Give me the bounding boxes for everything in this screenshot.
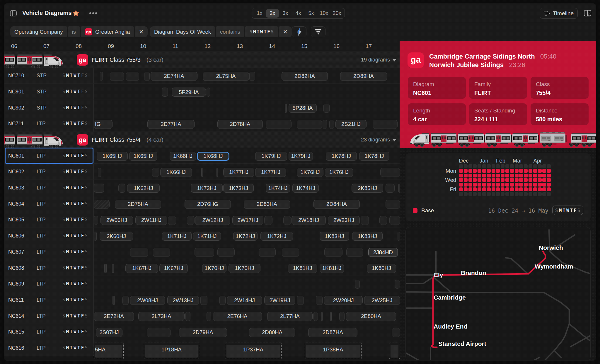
timeline-bar-empty[interactable] bbox=[355, 280, 360, 289]
timeline-bar-empty[interactable] bbox=[187, 216, 195, 225]
sidebar-toggle-icon[interactable] bbox=[10, 10, 17, 16]
timeline-bar-empty[interactable] bbox=[379, 216, 387, 225]
timeline-bar-empty[interactable] bbox=[112, 264, 114, 273]
timeline-bar-2L77HA[interactable]: 2L77HA bbox=[267, 312, 313, 321]
timeline-bar-empty[interactable] bbox=[392, 328, 400, 337]
row-label[interactable]: NC614LTPSMTWTFS bbox=[4, 308, 93, 324]
timeline-bar-empty[interactable] bbox=[98, 168, 101, 177]
row-label[interactable]: NC606LTPSMTWTFS bbox=[4, 228, 93, 244]
timeline-bar-2D76HG[interactable]: 2D76HG bbox=[185, 200, 231, 209]
quick-filter-button[interactable] bbox=[292, 26, 306, 37]
timeline-bar-1K73HJ[interactable]: 1K73HJ bbox=[223, 184, 254, 193]
timeline-bar-empty[interactable] bbox=[94, 216, 98, 225]
timeline-bar-1P18HA[interactable]: 1P18HA bbox=[144, 343, 199, 359]
row-label[interactable]: NC902STPSMTWTFS bbox=[4, 100, 93, 116]
timeline-bar-1K78HJ[interactable]: 1K78HJ bbox=[326, 152, 357, 161]
timeline-bar-1K81HJ[interactable]: 1K81HJ bbox=[288, 264, 317, 273]
timeline-bar-2D84HA[interactable]: 2D84HA bbox=[313, 200, 360, 209]
timeline-bar-2W13HJ[interactable]: 2W13HJ bbox=[167, 296, 199, 305]
timeline-bar-1K67HJ[interactable]: 1K67HJ bbox=[125, 264, 158, 273]
timeline-bar-2W20HJ[interactable]: 2W20HJ bbox=[324, 296, 363, 305]
timeline-bar-2K60HJ[interactable]: 2K60HJ bbox=[100, 232, 133, 241]
zoom-option-20x[interactable]: 20x bbox=[330, 9, 343, 18]
group-diagram-count[interactable]: 23 diagrams bbox=[361, 132, 390, 148]
timeline-bar-1K76HJ[interactable]: 1K76HJ bbox=[325, 168, 353, 177]
timeline-bar-1K71HJ[interactable]: 1K71HJ bbox=[162, 232, 192, 241]
row-label[interactable]: NC602LTPSMTWTFS bbox=[4, 164, 93, 180]
timeline-bar-2D87HA[interactable]: 2D87HA bbox=[308, 328, 357, 337]
timeline-bar-2W12HJ[interactable]: 2W12HJ bbox=[195, 216, 230, 225]
timeline-bar-empty[interactable] bbox=[323, 104, 330, 113]
timeline-bar-1K78HJ[interactable]: 1K78HJ bbox=[359, 152, 389, 161]
timeline-bar-2W25HJ[interactable]: 2W25HJ bbox=[364, 296, 400, 305]
timeline-bar-empty[interactable] bbox=[259, 248, 276, 257]
timeline-bar-1K80HJ[interactable]: 1K80HJ bbox=[367, 264, 396, 273]
timeline-bar-1K76HJ[interactable]: 1K76HJ bbox=[297, 168, 323, 177]
timeline-bar-2L75HA[interactable]: 2L75HA bbox=[203, 72, 249, 81]
timeline-bar-2L73HA[interactable]: 2L73HA bbox=[138, 312, 185, 321]
row-label[interactable]: NC710STPSMTWTFS bbox=[4, 68, 93, 84]
filter-remove-button[interactable]: ✕ bbox=[135, 26, 148, 37]
timeline-bar-2W23HJ[interactable]: 2W23HJ bbox=[328, 216, 360, 225]
timeline-bar-2W08HJ[interactable]: 2W08HJ bbox=[130, 296, 165, 305]
timeline-bar-empty[interactable] bbox=[266, 120, 292, 129]
filter-operator[interactable]: contains bbox=[216, 26, 244, 37]
timeline-bar-empty[interactable] bbox=[249, 72, 255, 81]
timeline-bar-empty[interactable] bbox=[324, 248, 342, 257]
timeline-bar-1K77HJ[interactable]: 1K77HJ bbox=[255, 168, 286, 177]
timeline-bar-2D80HA[interactable]: 2D80HA bbox=[249, 328, 295, 337]
timeline-bar-empty[interactable] bbox=[200, 296, 207, 305]
timeline-bar-empty[interactable] bbox=[126, 72, 139, 81]
timeline-bar-empty[interactable] bbox=[373, 120, 398, 129]
timeline-bar-2S21HJ[interactable]: 2S21HJ bbox=[335, 120, 367, 129]
timeline-bar-2J84HD[interactable]: 2J84HD bbox=[368, 248, 398, 257]
more-menu-icon[interactable] bbox=[89, 12, 98, 14]
timeline-bar-empty[interactable] bbox=[264, 216, 272, 225]
timeline-bar-empty[interactable] bbox=[153, 248, 170, 257]
timeline-bar-1K70HJ[interactable]: 1K70HJ bbox=[202, 264, 226, 273]
timeline-bar-2W17HJ[interactable]: 2W17HJ bbox=[232, 216, 263, 225]
zoom-option-2x[interactable]: 2x bbox=[266, 9, 279, 18]
timeline-bar-empty[interactable] bbox=[152, 168, 159, 177]
row-label[interactable]: NC711LTPSMTWTFS bbox=[4, 116, 93, 132]
row-label[interactable]: NC608LTPSMTWTFS bbox=[4, 260, 93, 276]
timeline-bar-1K65HJ[interactable]: 1K65HJ bbox=[129, 152, 157, 161]
timeline-bar-2W18HJ[interactable]: 2W18HJ bbox=[292, 216, 326, 225]
timeline-bar-2W11HJ[interactable]: 2W11HJ bbox=[135, 216, 167, 225]
timeline-bar-empty[interactable] bbox=[168, 216, 176, 225]
timeline-bar-1K79HJ[interactable]: 1K79HJ bbox=[255, 152, 287, 161]
timeline-bar-empty[interactable] bbox=[321, 312, 323, 321]
zoom-option-10x[interactable]: 10x bbox=[318, 9, 330, 18]
timeline-bar-empty[interactable] bbox=[330, 312, 332, 321]
group-diagram-count[interactable]: 19 diagrams bbox=[361, 52, 390, 68]
row-label[interactable]: NC611LTPSMTWTFS bbox=[4, 292, 93, 308]
timeline-bar-IG[interactable]: IG bbox=[94, 120, 112, 129]
timeline-bar-empty[interactable] bbox=[118, 184, 125, 193]
timeline-bar-5HA[interactable]: 5HA bbox=[94, 343, 124, 359]
timeline-bar-1K79HJ[interactable]: 1K79HJ bbox=[289, 152, 313, 161]
row-label[interactable]: NC601LTPSMTWTFS bbox=[4, 148, 93, 164]
timeline-bar-empty[interactable] bbox=[346, 248, 363, 257]
zoom-option-5x[interactable]: 5x bbox=[305, 9, 318, 18]
timeline-bar-empty[interactable] bbox=[110, 72, 124, 81]
timeline-bar-empty[interactable] bbox=[386, 200, 400, 209]
timeline-bar-2D75HA[interactable]: 2D75HA bbox=[115, 200, 161, 209]
row-label[interactable]: NC604LTPSMTWTFS bbox=[4, 196, 93, 212]
timeline-bar-1K72HJ[interactable]: 1K72HJ bbox=[233, 232, 258, 241]
timeline-bar-2W14HJ[interactable]: 2W14HJ bbox=[227, 296, 262, 305]
timeline-bar-1K66HJ[interactable]: 1K66HJ bbox=[160, 168, 192, 177]
filter-menu-button[interactable] bbox=[311, 26, 325, 37]
timeline-bar-empty[interactable] bbox=[94, 184, 104, 193]
filter-days-value[interactable]: SMTWTFS bbox=[245, 26, 278, 37]
timeline-bar-empty[interactable] bbox=[195, 248, 214, 257]
timeline-bar-empty[interactable] bbox=[94, 232, 97, 241]
timeline-bar-1K83HJ[interactable]: 1K83HJ bbox=[352, 232, 383, 241]
timeline-view-button[interactable]: Timeline bbox=[540, 8, 578, 19]
row-label[interactable]: NC603LTPSMTWTFS bbox=[4, 180, 93, 196]
row-label[interactable]: NC901STPSMTWTFS bbox=[4, 84, 93, 100]
timeline-bar-2E72HA[interactable]: 2E72HA bbox=[94, 312, 134, 321]
right-panel-toggle-icon[interactable] bbox=[584, 10, 591, 16]
timeline-bar-2D78HA[interactable]: 2D78HA bbox=[217, 120, 263, 129]
zoom-option-4x[interactable]: 4x bbox=[292, 9, 305, 18]
timeline-bar-empty[interactable] bbox=[297, 296, 304, 305]
